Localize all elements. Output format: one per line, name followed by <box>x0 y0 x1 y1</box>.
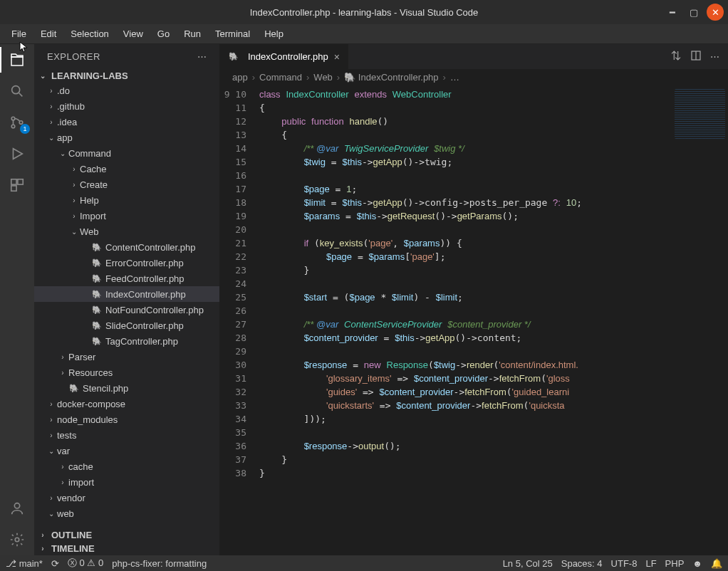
svg-point-0 <box>12 86 20 94</box>
folder-Resources[interactable]: ›Resources <box>34 365 219 380</box>
folder-Command[interactable]: ⌄Command <box>34 145 219 161</box>
svg-point-8 <box>15 538 19 542</box>
window-controls: ━ ▢ ✕ <box>664 4 724 21</box>
folder-vendor[interactable]: ›vendor <box>34 490 219 505</box>
svg-rect-6 <box>11 186 16 191</box>
minimize-button[interactable]: ━ <box>664 4 681 21</box>
php-icon: 🐘 <box>91 258 103 268</box>
file-TagController.php[interactable]: 🐘TagController.php <box>34 333 219 349</box>
folder-.do[interactable]: ›.do <box>34 83 219 98</box>
sync-icon[interactable]: ⟳ <box>51 558 59 569</box>
menu-terminal[interactable]: Terminal <box>209 26 256 41</box>
file-Stencil.php[interactable]: 🐘Stencil.php <box>34 380 219 396</box>
folder-.idea[interactable]: ›.idea <box>34 114 219 130</box>
debug-icon[interactable] <box>7 144 27 164</box>
file-FeedController.php[interactable]: 🐘FeedController.php <box>34 271 219 286</box>
search-icon[interactable] <box>7 81 27 101</box>
titlebar: IndexController.php - learning-labs - Vi… <box>0 0 728 24</box>
folder-node_modules[interactable]: ›node_modules <box>34 412 219 427</box>
window-title: IndexController.php - learning-labs - Vi… <box>250 7 479 18</box>
folder-Parser[interactable]: ›Parser <box>34 349 219 365</box>
settings-icon[interactable] <box>7 530 27 550</box>
menu-run[interactable]: Run <box>178 26 207 41</box>
statusbar: ⎇ main* ⟳ ⓧ 0 ⚠ 0 php-cs-fixer: formatti… <box>0 555 728 571</box>
file-NotFoundController.php[interactable]: 🐘NotFoundController.php <box>34 302 219 318</box>
code[interactable]: class IndexController extends WebControl… <box>259 85 671 555</box>
php-icon: 🐘 <box>91 321 103 330</box>
feedback-icon[interactable]: ☻ <box>692 558 702 569</box>
menu-go[interactable]: Go <box>152 26 175 41</box>
branch-indicator[interactable]: ⎇ main* <box>6 558 43 569</box>
tab-label: IndexController.php <box>248 51 328 62</box>
file-ErrorController.php[interactable]: 🐘ErrorController.php <box>34 255 219 271</box>
crumb-4[interactable]: … <box>450 72 459 83</box>
folder-Create[interactable]: ›Create <box>34 177 219 192</box>
extensions-icon[interactable] <box>7 175 27 195</box>
editor[interactable]: 9 10 11 12 13 14 15 16 17 18 19 20 21 22… <box>219 85 728 555</box>
menu-view[interactable]: View <box>118 26 149 41</box>
folder-web[interactable]: ⌄web <box>34 505 219 521</box>
timeline-section[interactable]: ›TIMELINE <box>34 542 219 555</box>
outline-section[interactable]: ›OUTLINE <box>34 528 219 542</box>
folder-import[interactable]: ›import <box>34 474 219 490</box>
svg-rect-5 <box>18 179 23 184</box>
bell-icon[interactable]: 🔔 <box>711 558 722 569</box>
indentation[interactable]: Spaces: 4 <box>561 558 603 569</box>
tab-active[interactable]: 🐘 IndexController.php × <box>219 44 349 69</box>
problems-indicator[interactable]: ⓧ 0 ⚠ 0 <box>68 557 103 570</box>
menu-file[interactable]: File <box>6 26 32 41</box>
menu-edit[interactable]: Edit <box>35 26 62 41</box>
menu-help[interactable]: Help <box>259 26 289 41</box>
sidebar: EXPLORER ⋯ ⌄LEARNING-LABS ›.do›.github›.… <box>34 44 219 555</box>
file-SlideController.php[interactable]: 🐘SlideController.php <box>34 318 219 333</box>
project-section[interactable]: ⌄LEARNING-LABS <box>34 69 219 83</box>
minimap[interactable] <box>671 85 728 555</box>
file-tree: ›.do›.github›.idea⌄app⌄Command›Cache›Cre… <box>34 83 219 528</box>
close-button[interactable]: ✕ <box>707 4 724 21</box>
php-icon: 🐘 <box>91 305 103 315</box>
folder-Web[interactable]: ⌄Web <box>34 224 219 239</box>
compare-icon[interactable] <box>670 50 682 63</box>
split-icon[interactable] <box>690 50 702 63</box>
folder-tests[interactable]: ›tests <box>34 427 219 443</box>
maximize-button[interactable]: ▢ <box>685 4 702 21</box>
file-ContentController.php[interactable]: 🐘ContentController.php <box>34 239 219 255</box>
file-IndexController.php[interactable]: 🐘IndexController.php <box>34 286 219 302</box>
php-icon: 🐘 <box>68 384 80 393</box>
scm-icon[interactable]: 1 <box>7 112 27 132</box>
explorer-icon[interactable] <box>7 50 27 70</box>
svg-point-7 <box>14 503 19 508</box>
account-icon[interactable] <box>7 498 27 518</box>
folder-.github[interactable]: ›.github <box>34 98 219 114</box>
svg-point-2 <box>11 125 15 128</box>
breadcrumb[interactable]: app›Command›Web›🐘 IndexController.php›… <box>219 69 728 85</box>
folder-Help[interactable]: ›Help <box>34 192 219 208</box>
crumb-3[interactable]: 🐘 IndexController.php <box>344 72 438 83</box>
folder-var[interactable]: ⌄var <box>34 443 219 459</box>
php-icon: 🐘 <box>228 52 239 61</box>
gutter: 9 10 11 12 13 14 15 16 17 18 19 20 21 22… <box>219 85 259 555</box>
folder-Cache[interactable]: ›Cache <box>34 161 219 177</box>
lang-mode[interactable]: PHP <box>665 558 685 569</box>
cursor-pos[interactable]: Ln 5, Col 25 <box>503 558 553 569</box>
svg-point-3 <box>19 121 23 125</box>
svg-point-1 <box>11 117 15 120</box>
sidebar-header: EXPLORER ⋯ <box>34 44 219 69</box>
more-icon[interactable]: ⋯ <box>197 51 207 62</box>
more-actions-icon[interactable]: ⋯ <box>710 51 719 62</box>
crumb-0[interactable]: app <box>232 72 248 83</box>
folder-app[interactable]: ⌄app <box>34 130 219 145</box>
explorer-title: EXPLORER <box>47 51 100 62</box>
folder-cache[interactable]: ›cache <box>34 459 219 474</box>
formatter-status[interactable]: php-cs-fixer: formatting <box>112 558 207 569</box>
menu-selection[interactable]: Selection <box>65 26 114 41</box>
activity-bar: 1 <box>0 44 34 555</box>
folder-docker-compose[interactable]: ›docker-compose <box>34 396 219 412</box>
encoding[interactable]: UTF-8 <box>611 558 638 569</box>
editor-area: 🐘 IndexController.php × ⋯ app›Command›We… <box>219 44 728 555</box>
crumb-1[interactable]: Command <box>259 72 302 83</box>
crumb-2[interactable]: Web <box>313 72 333 83</box>
folder-Import[interactable]: ›Import <box>34 208 219 224</box>
eol[interactable]: LF <box>645 558 656 569</box>
tab-close-icon[interactable]: × <box>334 51 340 63</box>
